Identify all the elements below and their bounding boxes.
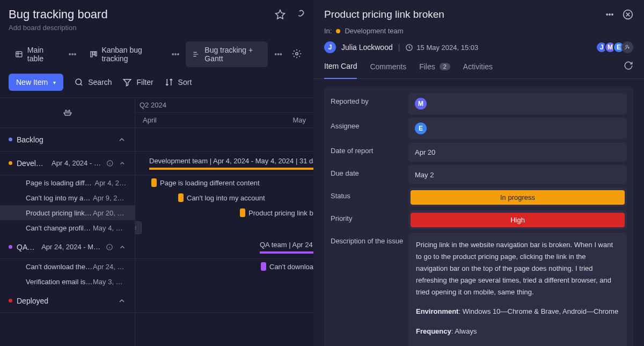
task-row[interactable]: Can't download the pd…Apr 24, 2… [0, 259, 135, 274]
author-avatar[interactable]: J [324, 41, 336, 53]
svg-rect-2 [93, 52, 94, 55]
gantt-task-bar[interactable] [240, 208, 245, 217]
field-label: Description of the issue [331, 233, 408, 245]
gear-icon[interactable] [289, 46, 305, 63]
tab-menu-icon[interactable]: ••• [270, 47, 287, 62]
tab-gantt[interactable]: Bug tracking + Gantt [186, 41, 268, 67]
svg-rect-0 [16, 52, 22, 57]
chevron-up-icon [118, 135, 126, 144]
filter-button[interactable]: Filter [122, 77, 153, 87]
close-icon[interactable] [623, 9, 633, 20]
due-date-value[interactable]: May 2 [408, 165, 627, 184]
tab-menu-icon[interactable]: ••• [167, 47, 184, 62]
board-header: Bug tracking board Add board description [0, 0, 313, 37]
group-name: Backlog [17, 135, 43, 144]
description-value[interactable]: Pricing link in the website navigation b… [408, 233, 627, 346]
gantt-group-bar[interactable] [149, 168, 313, 170]
chevron-down-icon: ▾ [53, 80, 56, 85]
gantt-task-row: Product pricing link bro… [135, 205, 313, 220]
task-list-column: BacklogDevelop…Apr 4, 2024 - …Page is lo… [0, 98, 135, 346]
new-item-button[interactable]: New Item ▾ [9, 74, 63, 91]
svg-point-10 [626, 45, 628, 47]
timeline-quarter: Q2 2024 [135, 98, 313, 113]
timestamp: 15 May 2024, 15:03 [416, 44, 478, 52]
field-label: Date of report [331, 142, 408, 155]
gantt-group-row: Development team | Apr 4, 2024 - May 4, … [135, 152, 313, 175]
svg-point-4 [296, 52, 298, 55]
group-range: Apr 24, 2024 - M… [41, 243, 100, 251]
tab-files[interactable]: Files 2 [419, 61, 450, 78]
filter-icon [122, 77, 132, 87]
table-icon [15, 49, 23, 59]
group-range: Apr 4, 2024 - … [52, 159, 101, 167]
tab-activities[interactable]: Activities [463, 61, 493, 78]
zoom-control[interactable] [0, 98, 135, 128]
tab-comments[interactable]: Comments [370, 61, 406, 78]
group-header[interactable]: Develop…Apr 4, 2024 - … [0, 152, 135, 175]
author-name[interactable]: Julia Lockwood [341, 43, 393, 52]
task-row[interactable]: Product pricing link br…Apr 20, 2… [0, 205, 135, 220]
task-date: Apr 20, 2… [93, 209, 126, 217]
task-date: May 4, 2… [93, 224, 126, 232]
refresh-icon[interactable] [624, 61, 633, 78]
more-icon[interactable]: ••• [604, 9, 615, 20]
task-row[interactable]: Can't log into my acco…Apr 9, 20… [0, 190, 135, 205]
avatar: E [415, 122, 427, 134]
date-of-report-value[interactable]: Apr 20 [408, 142, 627, 162]
group-header[interactable]: QA t…Apr 24, 2024 - M… [0, 235, 135, 259]
sort-icon [164, 77, 174, 87]
gantt-task-row [135, 220, 313, 235]
link-icon[interactable] [294, 9, 305, 20]
gantt-task-bar[interactable] [178, 193, 184, 202]
task-row[interactable]: Verification email isn't …May 3, 2… [0, 274, 135, 289]
toolbar: New Item ▾ Search Filter Sort [0, 67, 313, 97]
collapse-panel-button[interactable]: ‹ [135, 221, 142, 234]
group-dot [9, 245, 12, 249]
view-tabs: Main table ••• Kanban bug tracking ••• B… [0, 41, 313, 67]
sort-button[interactable]: Sort [164, 77, 192, 87]
clock-icon [405, 44, 413, 52]
group-dot [9, 299, 12, 302]
watchers[interactable]: J M E [599, 41, 633, 53]
search-button[interactable]: Search [74, 77, 112, 87]
gantt-task-bar[interactable] [261, 262, 266, 271]
task-row[interactable]: Page is loading different…Apr 4, 2… [0, 175, 135, 190]
assignee-value[interactable]: E [408, 118, 627, 139]
gantt-task-bar[interactable] [151, 178, 157, 187]
task-name: Product pricing link br… [26, 209, 93, 217]
gantt-task-label: Page is loading different content [160, 179, 260, 187]
tab-kanban[interactable]: Kanban bug tracking [83, 41, 165, 67]
task-date: Apr 24, 2… [93, 263, 126, 271]
gantt-group-label: Development team | Apr 4, 2024 - May 4, … [149, 157, 313, 165]
board-title[interactable]: Bug tracking board [9, 8, 108, 21]
item-card: Reported by M Assignee E Date of report … [324, 86, 633, 346]
task-date: Apr 4, 2… [94, 179, 126, 187]
group-header[interactable]: Backlog [0, 128, 135, 152]
tab-item-card[interactable]: Item Card [324, 61, 357, 79]
priority-value[interactable]: High [408, 210, 627, 229]
status-value[interactable]: In progress [408, 188, 627, 207]
tab-menu-icon[interactable]: ••• [64, 47, 81, 62]
gantt-task-row [135, 274, 313, 289]
gantt-group-label: QA team | Apr 24,… [260, 241, 313, 249]
panel-tabs: Item Card Comments Files 2 Activities [313, 53, 644, 79]
task-row[interactable]: Can't change profile pi…May 4, 2… [0, 220, 135, 235]
gantt-task-label: Can't download… [269, 263, 313, 271]
add-watcher-button[interactable] [621, 41, 633, 53]
search-icon [74, 77, 84, 87]
board-grid: BacklogDevelop…Apr 4, 2024 - …Page is lo… [0, 97, 313, 346]
field-label: Assignee [331, 118, 408, 130]
chevron-up-icon [119, 159, 126, 168]
tab-main-table[interactable]: Main table [9, 41, 62, 67]
group-header[interactable]: Deployed [0, 289, 135, 313]
board-subtitle[interactable]: Add board description [9, 24, 305, 32]
star-icon[interactable] [275, 9, 286, 20]
panel-title[interactable]: Product pricing link broken [324, 9, 444, 20]
gantt-group-bar[interactable] [260, 251, 313, 254]
reported-by-value[interactable]: M [408, 93, 627, 114]
svg-rect-1 [90, 52, 92, 57]
info-icon[interactable] [106, 159, 114, 168]
item-detail-panel: Product pricing link broken ••• In: Deve… [313, 0, 644, 346]
info-icon[interactable] [106, 243, 113, 251]
group-dot [9, 161, 12, 165]
